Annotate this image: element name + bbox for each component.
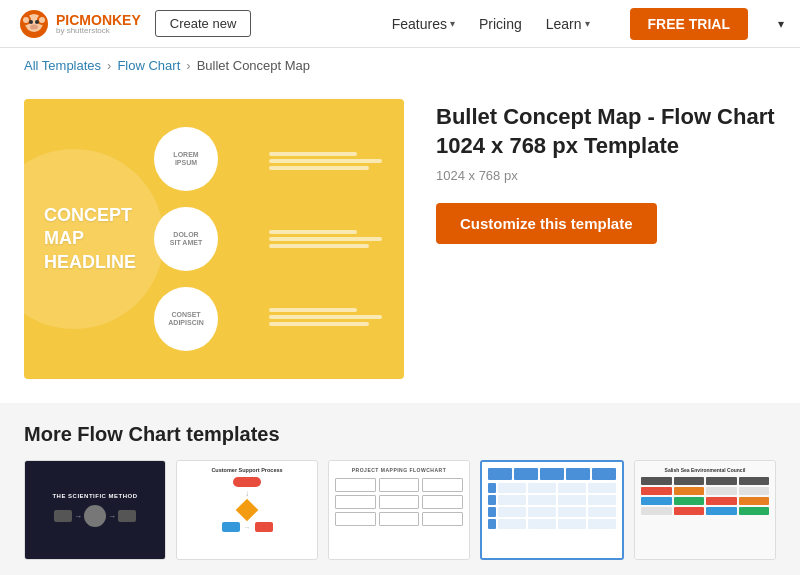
thumb-4-header-cell: [592, 468, 616, 480]
logo-text: PICMONKEY by shutterstock: [56, 13, 141, 35]
preview-lines-area: [269, 99, 394, 379]
customize-button[interactable]: Customize this template: [436, 203, 657, 244]
learn-nav[interactable]: Learn ▾: [546, 16, 590, 32]
preview-line-group-3: [269, 308, 394, 326]
thumb-2-diamond: [236, 499, 259, 522]
preview-circle-1: LOREMIPSUM: [154, 127, 218, 191]
thumb-4-cell: [528, 507, 556, 517]
template-thumbnail-1[interactable]: THE SCIENTIFIC METHOD → →: [24, 460, 166, 560]
thumb-5-cell: [739, 497, 770, 505]
thumb-1-box-2: [118, 510, 136, 522]
thumb-4-row: [488, 507, 616, 517]
preview-circles-area: LOREMIPSUM DOLORSIT AMET CONSETADIPISCIN: [154, 99, 254, 379]
preview-circle-3: CONSETADIPISCIN: [154, 287, 218, 351]
thumb-5-title: Salish Sea Environmental Council: [641, 467, 769, 473]
features-chevron-icon: ▾: [450, 18, 455, 29]
template-dimensions: 1024 x 768 px: [436, 168, 776, 183]
thumb-5-cell: [706, 497, 737, 505]
thumb-3-cell: [379, 495, 420, 509]
breadcrumb-all-templates[interactable]: All Templates: [24, 58, 101, 73]
free-trial-button[interactable]: FREE TRIAL: [630, 8, 748, 40]
thumb-5-cell: [739, 507, 770, 515]
thumb-5-cell: [641, 507, 672, 515]
thumb-2-flow: ↓ →: [183, 477, 311, 532]
thumb-5-header-row: [641, 477, 769, 485]
thumb-5-hcell: [706, 477, 737, 485]
thumb-1-circle: [84, 505, 106, 527]
templates-grid: THE SCIENTIFIC METHOD → → Customer Suppo…: [24, 460, 776, 560]
thumb-5-cell: [674, 497, 705, 505]
thumb-4-cell: [558, 507, 586, 517]
thumb-1-arrow-icon: →: [74, 512, 82, 521]
thumb-2-start: [233, 477, 261, 487]
preview-line: [269, 152, 357, 156]
brand-sub: by shutterstock: [56, 27, 141, 35]
thumb-4-header-cell: [566, 468, 590, 480]
header-more-chevron-icon[interactable]: ▾: [778, 17, 784, 31]
breadcrumb-sep-1: ›: [107, 58, 111, 73]
thumb-1-content: THE SCIENTIFIC METHOD → →: [25, 461, 165, 559]
thumb-4-row: [488, 483, 616, 493]
thumb-4-content: [482, 462, 622, 558]
thumb-3-cell: [379, 478, 420, 492]
more-section-title: More Flow Chart templates: [24, 423, 776, 446]
thumb-2-rect-2: [255, 522, 273, 532]
thumb-4-cell: [528, 495, 556, 505]
thumb-4-row: [488, 519, 616, 529]
create-new-button[interactable]: Create new: [155, 10, 251, 37]
preview-line: [269, 322, 369, 326]
thumb-4-cell: [588, 519, 616, 529]
thumb-5-rows: [641, 477, 769, 515]
preview-line: [269, 315, 382, 319]
thumb-4-row: [488, 495, 616, 505]
thumb-5-hcell: [674, 477, 705, 485]
preview-circle-2: DOLORSIT AMET: [154, 207, 218, 271]
thumb-4-cell: [498, 483, 526, 493]
template-thumbnail-2[interactable]: Customer Support Process ↓ →: [176, 460, 318, 560]
preview-line-group-1: [269, 152, 394, 170]
breadcrumb-flow-chart[interactable]: Flow Chart: [117, 58, 180, 73]
preview-line: [269, 237, 382, 241]
thumb-4-cell: [488, 495, 496, 505]
thumb-5-data-row: [641, 497, 769, 505]
features-nav[interactable]: Features ▾: [392, 16, 455, 32]
thumb-5-cell: [674, 507, 705, 515]
thumb-3-cell: [335, 495, 376, 509]
thumb-2-title: Customer Support Process: [183, 467, 311, 473]
thumb-3-title: PROJECT MAPPING FLOWCHART: [335, 467, 463, 473]
svg-point-8: [30, 24, 38, 29]
brand-name: PICMONKEY: [56, 13, 141, 27]
thumb-4-body: [488, 483, 616, 529]
svg-point-7: [35, 20, 39, 24]
thumb-5-cell: [674, 487, 705, 495]
template-info: Bullet Concept Map - Flow Chart 1024 x 7…: [436, 99, 776, 244]
thumb-4-cell: [588, 507, 616, 517]
thumb-3-cell: [422, 512, 463, 526]
learn-chevron-icon: ▾: [585, 18, 590, 29]
template-thumbnail-3[interactable]: PROJECT MAPPING FLOWCHART: [328, 460, 470, 560]
thumb-4-cell: [588, 495, 616, 505]
thumb-4-header-row: [488, 468, 616, 480]
preview-headline: CONCEPTMAPHEADLINE: [44, 204, 136, 274]
thumb-1-title: THE SCIENTIFIC METHOD: [52, 493, 137, 499]
pricing-nav[interactable]: Pricing: [479, 16, 522, 32]
breadcrumb-sep-2: ›: [186, 58, 190, 73]
thumb-5-cell: [706, 487, 737, 495]
thumb-4-cell: [488, 519, 496, 529]
thumb-2-content: Customer Support Process ↓ →: [177, 461, 317, 559]
thumb-4-cell: [488, 507, 496, 517]
thumb-1-box: [54, 510, 72, 522]
thumb-4-cell: [558, 483, 586, 493]
thumb-2-arrow-icon: ↓: [245, 489, 249, 498]
thumb-3-content: PROJECT MAPPING FLOWCHART: [329, 461, 469, 559]
preview-line: [269, 159, 382, 163]
template-thumbnail-4[interactable]: [480, 460, 624, 560]
template-thumbnail-5[interactable]: Salish Sea Environmental Council: [634, 460, 776, 560]
thumb-3-cell: [379, 512, 420, 526]
preview-line: [269, 230, 357, 234]
more-templates-section: More Flow Chart templates THE SCIENTIFIC…: [0, 403, 800, 575]
thumb-4-cell: [558, 495, 586, 505]
thumb-5-data-row: [641, 507, 769, 515]
thumb-4-header-cell: [514, 468, 538, 480]
thumb-4-header-cell: [540, 468, 564, 480]
